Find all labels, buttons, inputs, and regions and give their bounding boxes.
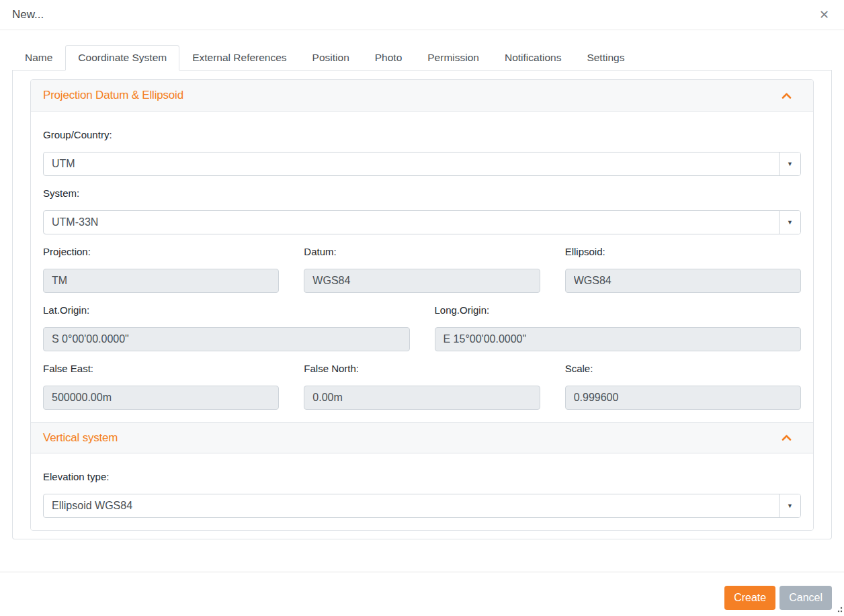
datum-field: Datum: xyxy=(304,245,540,293)
group-country-dropdown-button[interactable]: ▼ xyxy=(779,152,800,175)
scale-label: Scale: xyxy=(565,361,801,376)
create-button[interactable]: Create xyxy=(724,586,775,610)
scale-field: Scale: xyxy=(565,361,801,410)
scale-input xyxy=(565,386,801,410)
elevation-type-combobox: ▼ xyxy=(43,494,801,518)
ellipsoid-field: Ellipsoid: xyxy=(565,245,801,293)
projection-field: Projection: xyxy=(43,245,279,293)
section-title: Projection Datum & Ellipsoid xyxy=(43,89,183,102)
section-title: Vertical system xyxy=(43,431,118,445)
caret-down-icon: ▼ xyxy=(787,219,793,226)
lat-origin-input xyxy=(43,327,410,351)
close-icon[interactable]: ✕ xyxy=(816,7,832,22)
group-country-combobox: ▼ xyxy=(43,152,801,176)
elevation-type-input[interactable] xyxy=(44,494,779,517)
tab-notifications[interactable]: Notifications xyxy=(492,45,574,71)
tab-external-references[interactable]: External References xyxy=(179,45,299,71)
caret-down-icon: ▼ xyxy=(787,502,793,509)
false-east-input xyxy=(43,386,279,410)
system-input[interactable] xyxy=(44,211,779,234)
dialog-body: Name Coordinate System External Referenc… xyxy=(0,45,844,539)
long-origin-label: Long.Origin: xyxy=(435,303,802,318)
ellipsoid-label: Ellipsoid: xyxy=(565,245,801,259)
false-north-label: False North: xyxy=(304,361,540,376)
tab-settings[interactable]: Settings xyxy=(574,45,637,71)
accordion: Projection Datum & Ellipsoid Group/Count… xyxy=(30,79,814,531)
system-label: System: xyxy=(43,186,801,201)
false-east-field: False East: xyxy=(43,361,279,410)
lat-origin-label: Lat.Origin: xyxy=(43,303,410,318)
coordinate-system-pane: Projection Datum & Ellipsoid Group/Count… xyxy=(12,71,832,539)
tab-position[interactable]: Position xyxy=(300,45,362,71)
long-origin-field: Long.Origin: xyxy=(435,303,802,351)
tab-permission[interactable]: Permission xyxy=(415,45,492,71)
section-body-projection-datum: Group/Country: ▼ System: ▼ xyxy=(31,112,813,422)
dialog-title: New... xyxy=(12,8,44,21)
resize-grip-icon[interactable] xyxy=(836,603,843,615)
tab-photo[interactable]: Photo xyxy=(362,45,415,71)
elevation-type-dropdown-button[interactable]: ▼ xyxy=(779,494,800,517)
lat-origin-field: Lat.Origin: xyxy=(43,303,410,351)
false-north-input xyxy=(304,386,540,410)
section-header-vertical-system[interactable]: Vertical system xyxy=(31,422,813,453)
system-dropdown-button[interactable]: ▼ xyxy=(779,211,800,234)
system-combobox: ▼ xyxy=(43,210,801,234)
tab-name[interactable]: Name xyxy=(12,45,65,71)
tab-coordinate-system[interactable]: Coordinate System xyxy=(65,45,179,71)
chevron-up-icon[interactable] xyxy=(782,435,801,441)
chevron-up-icon[interactable] xyxy=(782,93,801,99)
cancel-button[interactable]: Cancel xyxy=(779,586,832,610)
section-header-projection-datum[interactable]: Projection Datum & Ellipsoid xyxy=(31,80,813,112)
elevation-type-label: Elevation type: xyxy=(43,470,801,484)
datum-input xyxy=(304,269,540,293)
dialog-footer: Create Cancel xyxy=(0,572,844,616)
long-origin-input xyxy=(435,327,802,351)
false-north-field: False North: xyxy=(304,361,540,410)
section-body-vertical-system: Elevation type: ▼ xyxy=(31,453,813,530)
group-country-label: Group/Country: xyxy=(43,128,801,142)
caret-down-icon: ▼ xyxy=(787,161,793,167)
dialog-header: New... ✕ xyxy=(0,0,844,30)
projection-label: Projection: xyxy=(43,245,279,259)
tab-bar: Name Coordinate System External Referenc… xyxy=(12,45,832,71)
datum-label: Datum: xyxy=(304,245,540,259)
projection-input xyxy=(43,269,279,293)
false-east-label: False East: xyxy=(43,361,279,376)
ellipsoid-input xyxy=(565,269,801,293)
group-country-input[interactable] xyxy=(44,152,779,175)
